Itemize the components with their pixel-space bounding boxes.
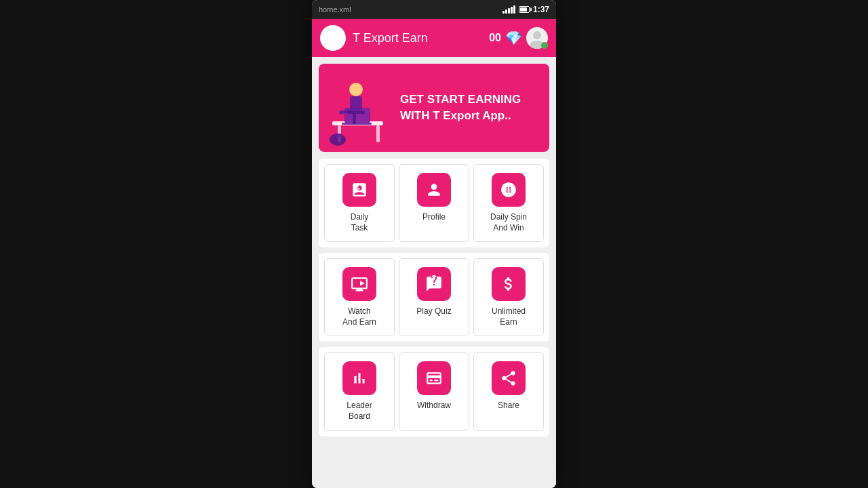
daily-spin-icon — [492, 173, 526, 207]
grid-section-2: WatchAnd Earn Play Quiz UnlimitedEar — [319, 253, 549, 342]
svg-rect-12 — [334, 134, 342, 137]
signal-bar-3 — [508, 8, 510, 14]
daily-spin-label: Daily SpinAnd Win — [490, 212, 527, 233]
profile-label: Profile — [422, 212, 446, 223]
battery-icon — [519, 6, 530, 13]
svg-rect-15 — [355, 190, 358, 192]
withdraw-label: Withdraw — [417, 401, 451, 411]
watch-earn-icon — [342, 267, 376, 301]
main-content: GET START EARNING WITH T Export App.. Da… — [312, 57, 556, 488]
svg-rect-1 — [376, 125, 380, 142]
svg-rect-13 — [355, 186, 359, 188]
app-logo — [320, 25, 346, 51]
svg-point-7 — [349, 83, 363, 96]
leader-board-button[interactable]: LeaderBoard — [324, 352, 395, 430]
watch-earn-button[interactable]: WatchAnd Earn — [324, 258, 395, 336]
signal-bar-2 — [505, 9, 507, 14]
svg-point-16 — [507, 188, 511, 192]
banner-text: GET START EARNING WITH T Export App.. — [400, 92, 549, 124]
play-quiz-icon — [417, 267, 451, 301]
svg-rect-14 — [355, 188, 361, 190]
app-bar: T Export Earn 00 💎 — [312, 19, 556, 57]
leader-board-label: LeaderBoard — [347, 401, 372, 422]
daily-task-button[interactable]: DailyTask — [324, 164, 395, 242]
phone-frame: home.xml 1:37 T Export Earn 00 💎 — [312, 0, 556, 488]
svg-rect-9 — [347, 111, 365, 114]
unlimited-earn-label: UnlimitedEarn — [492, 306, 526, 327]
profile-icon — [417, 173, 451, 207]
share-icon — [492, 361, 526, 395]
leader-board-icon — [342, 361, 376, 395]
file-name: home.xml — [319, 5, 351, 14]
grid-section-3: LeaderBoard Withdraw — [319, 347, 549, 436]
unlimited-earn-icon — [492, 267, 526, 301]
signal-bar-5 — [513, 5, 515, 14]
share-label: Share — [498, 401, 519, 411]
svg-rect-5 — [342, 123, 372, 125]
status-bar-right: 1:37 — [502, 5, 549, 14]
svg-rect-17 — [430, 380, 433, 382]
banner: GET START EARNING WITH T Export App.. — [319, 64, 549, 152]
svg-rect-18 — [434, 380, 439, 382]
status-bar: home.xml 1:37 — [312, 0, 556, 19]
signal-bars — [502, 5, 515, 14]
online-indicator — [541, 42, 548, 49]
svg-rect-10 — [353, 114, 356, 124]
app-title: T Export Earn — [353, 31, 482, 45]
svg-rect-6 — [350, 96, 362, 111]
signal-bar-1 — [502, 11, 505, 14]
signal-bar-4 — [511, 7, 513, 14]
play-quiz-button[interactable]: Play Quiz — [399, 258, 469, 336]
profile-avatar-wrapper[interactable] — [526, 27, 548, 49]
time-display: 1:37 — [533, 5, 549, 14]
withdraw-button[interactable]: Withdraw — [399, 352, 469, 430]
unlimited-earn-button[interactable]: UnlimitedEarn — [473, 258, 544, 336]
watch-earn-label: WatchAnd Earn — [342, 306, 376, 327]
diamond-icon: 💎 — [505, 30, 522, 46]
daily-task-icon — [342, 173, 376, 207]
withdraw-icon — [417, 361, 451, 395]
app-bar-right: 00 💎 — [489, 27, 548, 49]
daily-task-label: DailyTask — [351, 212, 369, 233]
daily-spin-button[interactable]: Daily SpinAnd Win — [473, 164, 544, 242]
profile-button[interactable]: Profile — [399, 164, 469, 242]
play-quiz-label: Play Quiz — [416, 306, 451, 317]
grid-section-1: DailyTask Profile — [319, 159, 549, 247]
banner-illustration — [319, 64, 400, 152]
share-button[interactable]: Share — [473, 352, 544, 430]
coin-count: 00 — [489, 32, 501, 44]
